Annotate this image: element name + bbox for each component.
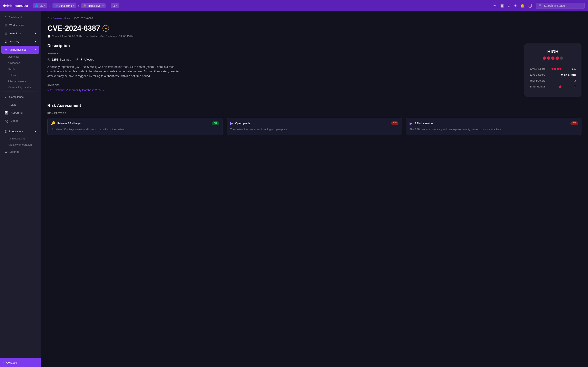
sidebar-sub-add-integration[interactable]: Add New Integration [8,142,39,148]
search-icon: 🔍 [539,4,542,7]
cvss-dot-3 [557,68,559,70]
github-icon[interactable]: ⊙ [508,3,511,8]
breadcrumb-vulnerabilities[interactable]: Vulnerabilities [53,17,70,20]
sidebar-item-cicd[interactable]: ∞ CI/CD [1,101,39,108]
search-box[interactable]: 🔍 Search in Space [536,3,585,9]
chevron-down-icon-2: ▾ [73,5,74,7]
sidebar-item-label: Cases [11,119,18,122]
clock-icon: 🕐 [47,35,51,38]
cve-meta: 🕐 Created June 30, 05:00PM ✏ Last modifi… [47,35,581,38]
sidebar-item-dashboard[interactable]: ⌂ Dashboard [1,13,39,21]
play-button[interactable]: ▶ [103,25,109,32]
cvss-score-row: CVSS Score 8.1 [530,67,576,70]
scanned-label: Scanned [60,58,71,61]
risk-factor-ssh-keys: 🔑 Private SSH keys 0/7 No private SSH ke… [47,118,223,135]
breadcrumb: ⌂ › Vulnerabilities › CVE-2024-6387 [47,16,581,20]
severity-dot-2 [547,57,550,60]
cve-title-row: CVE-2024-6387 ▶ [47,24,581,33]
rf-name-sshd: SSHd service [415,122,568,125]
sidebar-sub-vuln-db[interactable]: Vulnerability databa... [8,84,39,90]
sidebar-item-cases[interactable]: 📎 Cases [1,117,39,125]
chevron-down-icon-4: ▾ [116,5,117,7]
rf-desc-sshd: The SSHd service is running and can expo… [410,128,578,132]
brightness-icon[interactable]: ☀ [493,3,497,8]
sidebar-item-compliance[interactable]: ✓ Compliance [1,93,39,101]
summary-stats-row: ◎ 1256 Scanned ⚑ 7 Affected [47,58,519,61]
affected-count: 7 [80,58,82,61]
sub-label: Software [8,74,18,77]
sidebar-sub-advisories[interactable]: Advisories [8,60,39,66]
chevron-down-icon-3: ▾ [103,5,104,7]
chevron-icon-2: ▾ [35,40,36,43]
nist-link-text: NIST National Vulnerability Database 202… [47,89,102,92]
sidebar-item-workspaces[interactable]: ⊞ Workspaces [1,21,39,29]
sidebar-sub-software[interactable]: Software [8,72,39,78]
globe-icon: 🌐 [35,4,38,7]
sidebar-item-integrations[interactable]: ⊗ Integrations ▴ [1,127,39,135]
risk-factors-label-heading: RISK FACTORS [47,112,581,114]
org-icon: 👥 [54,4,58,7]
sidebar-item-label: Settings [9,150,19,153]
sidebar-item-label: Inventory [9,32,21,35]
blast-radius-value: 7 [563,85,576,88]
sources-label: SOURCES [47,84,519,86]
score-card: HIGH CVSS Score [524,43,581,97]
sidebar-sub-affected-assets[interactable]: Affected assets [8,78,39,84]
sidebar-sub-all-integrations[interactable]: All Integrations [8,136,39,142]
region-selector[interactable]: 🌐 US ▾ [33,3,47,8]
play-circle-icon: ▶ [230,121,233,125]
home-icon[interactable]: ⌂ [47,16,49,20]
nist-link[interactable]: NIST National Vulnerability Database 202… [47,89,105,92]
rf-desc-ssh: No private SSH keys were found in common… [51,128,219,132]
sidebar-item-reporting[interactable]: 📊 Reporting [1,109,39,117]
description-column: Description SUMMARY ◎ 1256 Scanned ⚑ 7 A… [47,43,519,92]
slack-icon[interactable]: ✦ [514,3,517,8]
workspaces-icon: ⊞ [4,23,7,27]
severity-dot-4 [555,57,559,60]
cicd-icon: ∞ [4,103,7,106]
space-label: Mars Rover [87,4,101,7]
collapse-button[interactable]: ‹ Collapse [0,358,41,367]
extra-selector[interactable]: ⊞ ▾ [111,3,119,8]
cvss-dot-4 [559,68,562,70]
region-label: US [39,4,43,7]
compliance-icon: ✓ [4,95,7,99]
modified-meta: ✏ Last modified September 13, 08:15PM [86,35,133,38]
rf-header-sshd: ▶ SSHd service 7/7 [410,121,578,125]
sidebar-item-settings[interactable]: ⚙ Settings [1,148,39,156]
epss-score-row: EPSS Score 0.4% (74th) [530,73,576,76]
sidebar-item-inventory[interactable]: ☰ Inventory ▾ [1,29,39,37]
integrations-submenu: All Integrations Add New Integration [0,136,41,148]
dashboard-icon: ⌂ [4,15,7,19]
docs-icon[interactable]: 📋 [500,3,504,8]
severity-dot-1 [543,57,546,60]
sidebar-item-vulnerabilities[interactable]: ⚠ Vulnerabilities ▴ [1,46,39,54]
sidebar-item-label: CI/CD [9,103,16,106]
sidebar-divider-2 [2,126,38,126]
sidebar-sub-cves[interactable]: CVEs [8,66,39,72]
org-selector[interactable]: 👥 Lunalectric ▾ [52,3,76,8]
org-label: Lunalectric [59,4,72,7]
affected-label: Affected [84,58,94,61]
sub-label: Overview [8,55,19,58]
cvss-dot-1 [552,68,553,70]
blast-radius-dot [559,85,562,88]
cvss-dot-2 [554,68,556,70]
blast-radius-label: Blast Radius [530,85,559,88]
logo[interactable]: mondoo [3,4,28,8]
notifications-icon[interactable]: 🔔 [520,3,525,8]
rf-desc-ports: The system has processes listening on op… [230,128,399,132]
breadcrumb-arrow-2: › [78,4,79,7]
chevron-icon: ▾ [35,32,36,35]
sidebar-sub-overview[interactable]: Overview [8,54,39,60]
inventory-icon: ☰ [4,31,7,35]
space-selector[interactable]: 🚀 Mars Rover ▾ [81,3,105,8]
vulnerabilities-submenu: Overview Advisories CVEs Software Affect… [0,54,41,90]
theme-toggle[interactable]: 🌙 [528,3,532,8]
sidebar-item-security[interactable]: ⊙ Security ▾ [1,38,39,45]
severity-label: HIGH [530,49,576,54]
scanned-count: 1256 [52,58,58,61]
epss-label: EPSS Score [530,73,561,76]
sidebar: ⌂ Dashboard ⊞ Workspaces ☰ Inventory ▾ ⊙… [0,11,41,367]
rf-name-ports: Open ports [235,122,389,125]
